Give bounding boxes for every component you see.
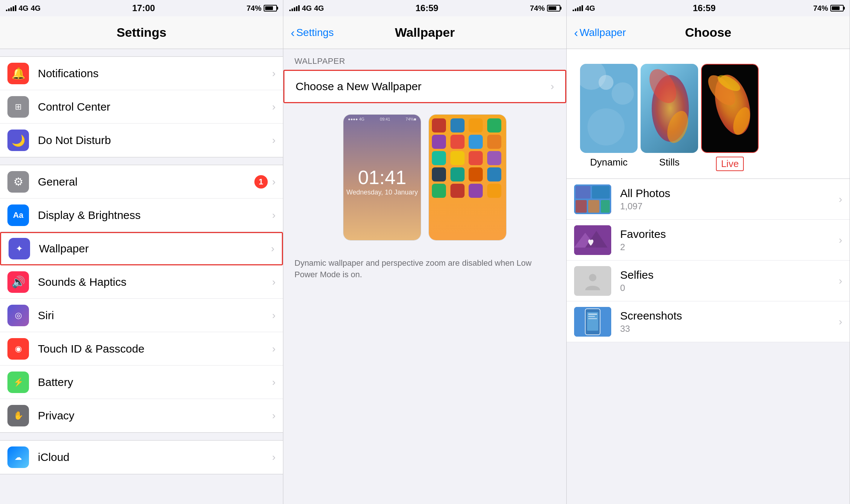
all-photos-count: 1,097 <box>620 201 839 212</box>
battery-fill-3 <box>832 6 840 10</box>
icloud-icon: ☁ <box>7 446 29 468</box>
page-title-3: Choose <box>685 25 732 40</box>
thumbnail-dynamic[interactable]: Dynamic <box>580 64 638 171</box>
chevron-icon: › <box>272 134 276 146</box>
status-bar-1: 4G 4G 17:00 74% <box>0 0 283 16</box>
category-selfies[interactable]: Selfies 0 › <box>567 261 850 301</box>
favorites-info: Favorites 2 <box>620 228 839 252</box>
back-button-3[interactable]: ‹ Wallpaper <box>574 27 626 39</box>
lock-screen-preview[interactable]: ●●●● 4G 09:41 74%■ 01:41 Wednesday, 10 J… <box>343 114 421 240</box>
back-label-2: Settings <box>296 27 334 39</box>
notifications-icon: 🔔 <box>7 63 29 84</box>
stills-thumbnail <box>641 64 698 153</box>
home-screen-preview[interactable] <box>429 114 507 240</box>
lock-time-small: 09:41 <box>380 117 390 121</box>
thumbnail-live[interactable]: Live <box>701 64 759 171</box>
lock-signal: ●●●● 4G <box>348 117 364 121</box>
svg-rect-12 <box>588 200 599 213</box>
app-icon <box>450 167 465 181</box>
sidebar-item-battery[interactable]: ⚡ Battery › <box>0 366 283 399</box>
sidebar-item-control-center[interactable]: ⊞ Control Center › <box>0 90 283 124</box>
screenshots-count: 33 <box>620 324 839 334</box>
settings-panel: 4G 4G 17:00 74% Settings 🔔 Notifications… <box>0 0 283 504</box>
nav-bar-2: ‹ Settings Wallpaper <box>283 16 566 49</box>
all-photos-name: All Photos <box>620 187 839 200</box>
network-2: 4G <box>314 4 324 13</box>
general-badge: 1 <box>254 175 268 189</box>
choose-wallpaper-row[interactable]: Choose a New Wallpaper › <box>283 70 566 103</box>
svg-rect-22 <box>588 316 595 317</box>
group-2: ⚙ General 1 › Aa Display & Brightness › … <box>0 165 283 433</box>
wallpaper-note: Dynamic wallpaper and perspective zoom a… <box>283 252 566 287</box>
sidebar-item-display[interactable]: Aa Display & Brightness › <box>0 199 283 232</box>
bubble <box>599 75 613 90</box>
selfies-name: Selfies <box>620 269 839 281</box>
thumbnail-list: Dynamic <box>573 56 844 175</box>
do-not-disturb-label: Do Not Disturb <box>38 134 272 147</box>
wallpaper-previews: ●●●● 4G 09:41 74%■ 01:41 Wednesday, 10 J… <box>283 103 566 252</box>
live-label: Live <box>716 157 744 171</box>
all-photos-info: All Photos 1,097 <box>620 187 839 212</box>
app-icon <box>469 118 483 132</box>
chevron-icon: › <box>272 276 276 288</box>
dynamic-label: Dynamic <box>590 157 628 168</box>
back-label-3: Wallpaper <box>580 27 626 39</box>
status-right-1: 74% <box>247 4 277 13</box>
sidebar-item-wallpaper[interactable]: ✦ Wallpaper › <box>0 232 283 265</box>
thumbnail-stills[interactable]: Stills <box>641 64 698 171</box>
app-icon <box>469 135 483 149</box>
sidebar-item-notifications[interactable]: 🔔 Notifications › <box>0 57 283 90</box>
group-1: 🔔 Notifications › ⊞ Control Center › 🌙 D… <box>0 56 283 157</box>
lock-date-display: Wednesday, 10 January <box>346 189 418 196</box>
stills-svg <box>641 64 698 153</box>
sidebar-item-siri[interactable]: ◎ Siri › <box>0 299 283 332</box>
choose-panel: 4G 16:59 74% ‹ Wallpaper Choose <box>567 0 850 504</box>
home-screen-bg <box>429 115 506 240</box>
chevron-icon: › <box>839 234 842 246</box>
status-bar-2: 4G 4G 16:59 74% <box>283 0 566 16</box>
status-time-3: 16:59 <box>693 3 716 13</box>
wallpaper-icon: ✦ <box>9 238 30 259</box>
battery-pct-1: 74% <box>247 4 261 13</box>
status-time-2: 16:59 <box>416 3 438 13</box>
wallpaper-label: Wallpaper <box>39 242 271 255</box>
chevron-icon: › <box>272 209 276 221</box>
sidebar-item-touchid[interactable]: ◉ Touch ID & Passcode › <box>0 332 283 366</box>
sounds-icon: 🔊 <box>7 271 29 293</box>
sidebar-item-do-not-disturb[interactable]: 🌙 Do Not Disturb › <box>0 124 283 157</box>
app-icon <box>487 151 501 165</box>
general-label: General <box>38 176 254 188</box>
carrier-3: 4G <box>585 4 595 13</box>
app-icon <box>432 151 446 165</box>
wallpaper-content: WALLPAPER Choose a New Wallpaper › ●●●● … <box>283 49 566 504</box>
battery-pct-2: 74% <box>530 4 545 13</box>
display-icon: Aa <box>7 204 29 226</box>
chevron-icon: › <box>272 68 276 79</box>
battery-fill-1 <box>265 6 273 10</box>
settings-list: 🔔 Notifications › ⊞ Control Center › 🌙 D… <box>0 49 283 504</box>
sidebar-item-icloud[interactable]: ☁ iCloud › <box>0 441 283 474</box>
live-svg <box>702 65 758 152</box>
selfies-thumb <box>574 266 611 296</box>
display-label: Display & Brightness <box>38 209 272 222</box>
back-button-2[interactable]: ‹ Settings <box>291 27 334 39</box>
status-left-2: 4G 4G <box>289 4 324 13</box>
sidebar-item-general[interactable]: ⚙ General 1 › <box>0 165 283 199</box>
status-time-1: 17:00 <box>132 3 155 13</box>
svg-point-17 <box>589 274 596 281</box>
screenshots-info: Screenshots 33 <box>620 310 839 334</box>
app-icon <box>450 151 465 165</box>
sidebar-item-sounds[interactable]: 🔊 Sounds & Haptics › <box>0 265 283 299</box>
chevron-icon: › <box>272 101 276 113</box>
category-all-photos[interactable]: All Photos 1,097 › <box>567 179 850 220</box>
stills-bg <box>641 64 698 153</box>
category-favorites[interactable]: Favorites 2 › <box>567 220 850 261</box>
back-chevron-2: ‹ <box>291 27 295 39</box>
selfies-svg <box>583 272 602 290</box>
battery-icon-3 <box>830 5 844 12</box>
category-screenshots[interactable]: Screenshots 33 › <box>567 301 850 342</box>
battery-icon-1 <box>264 5 277 12</box>
app-icon <box>432 118 446 132</box>
sidebar-item-privacy[interactable]: ✋ Privacy › <box>0 399 283 432</box>
page-title-1: Settings <box>117 25 166 40</box>
